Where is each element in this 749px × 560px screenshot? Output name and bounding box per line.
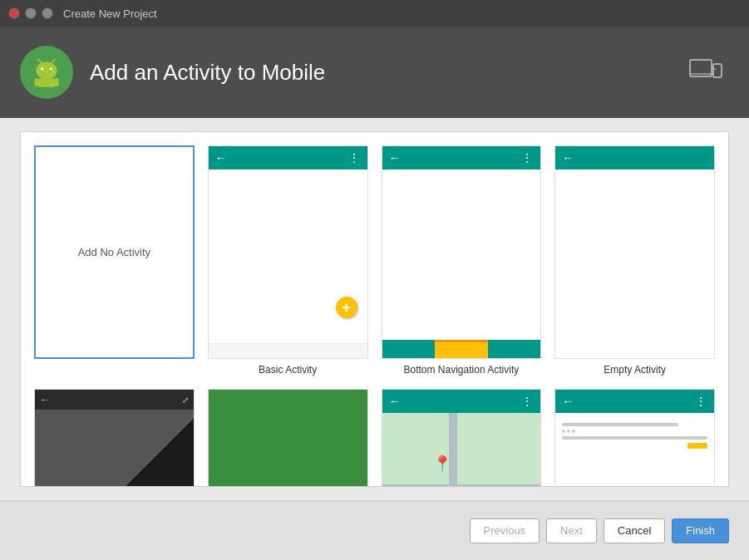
activity-card-settings[interactable]: ← ⋮ Settings Activity xyxy=(554,389,715,487)
activity-card-basic[interactable]: ← ⋮ + Basic Activity xyxy=(208,145,368,376)
back-arrow-icon: ← xyxy=(40,394,50,405)
menu-dots-icon: ⋮ xyxy=(695,395,707,408)
back-arrow-icon: ← xyxy=(389,395,401,408)
map-pin-icon: 📍 xyxy=(433,454,451,473)
svg-rect-9 xyxy=(713,64,722,77)
empty-activity-label: Empty Activity xyxy=(604,364,666,376)
back-arrow-icon: ← xyxy=(215,151,227,165)
back-arrow-icon: ← xyxy=(562,395,574,408)
expand-icon: ⤢ xyxy=(182,395,189,405)
devices-icon xyxy=(689,57,722,88)
svg-point-0 xyxy=(36,61,57,79)
svg-point-11 xyxy=(714,68,716,70)
svg-point-1 xyxy=(41,67,43,70)
activity-card-bottom-nav[interactable]: ← ⋮ Bottom Navigation Activity xyxy=(382,145,542,376)
svg-line-4 xyxy=(52,59,55,62)
cancel-button[interactable]: Cancel xyxy=(604,518,665,543)
svg-rect-7 xyxy=(54,78,58,86)
activity-grid[interactable]: Add No Activity ← ⋮ + Basic Activity xyxy=(20,131,729,487)
page-header: Add an Activity to Mobile xyxy=(0,27,749,118)
activity-card-no-activity[interactable]: Add No Activity xyxy=(34,145,195,359)
svg-rect-6 xyxy=(34,78,38,86)
card-preview-empty: ← xyxy=(554,145,715,359)
card-preview-fullscreen: ← ⤢ xyxy=(34,389,195,487)
menu-dots-icon: ⋮ xyxy=(521,395,534,408)
card-preview-basic: ← ⋮ + xyxy=(208,145,368,359)
card-preview-maps: ← ⋮ 📍 xyxy=(382,389,542,487)
card-preview-settings: ← ⋮ xyxy=(554,389,715,487)
menu-dots-icon: ⋮ xyxy=(348,151,361,165)
footer: Previous Next Cancel Finish xyxy=(0,500,749,560)
window-controls xyxy=(8,7,53,19)
main-content: Add No Activity ← ⋮ + Basic Activity xyxy=(0,118,749,500)
no-activity-label: Add No Activity xyxy=(78,246,150,258)
back-arrow-icon: ← xyxy=(562,151,574,165)
close-button[interactable] xyxy=(8,7,20,19)
activity-card-fullscreen[interactable]: ← ⤢ Fullscreen Activity xyxy=(34,389,195,487)
previous-button[interactable]: Previous xyxy=(470,518,540,543)
bottom-nav-label: Bottom Navigation Activity xyxy=(404,364,520,376)
svg-point-2 xyxy=(50,67,52,70)
back-arrow-icon: ← xyxy=(389,151,401,165)
next-button[interactable]: Next xyxy=(546,518,597,543)
android-logo xyxy=(20,46,73,99)
card-preview-bottom-nav: ← ⋮ xyxy=(382,145,542,359)
svg-line-3 xyxy=(38,59,42,62)
minimize-button[interactable] xyxy=(25,7,37,19)
activity-card-maps[interactable]: ← ⋮ 📍 Google Maps Activity xyxy=(382,389,542,487)
card-preview-ads: Ad xyxy=(208,389,368,487)
page-title: Add an Activity to Mobile xyxy=(90,60,673,86)
title-bar: Create New Project xyxy=(0,0,749,27)
svg-rect-5 xyxy=(38,78,56,87)
card-preview-no-activity: Add No Activity xyxy=(34,145,195,359)
window-title: Create New Project xyxy=(63,7,157,20)
menu-dots-icon: ⋮ xyxy=(521,151,534,165)
fab-icon: + xyxy=(336,297,357,318)
maximize-button[interactable] xyxy=(42,7,53,19)
basic-activity-label: Basic Activity xyxy=(259,364,317,376)
finish-button[interactable]: Finish xyxy=(672,518,729,543)
activity-card-empty[interactable]: ← Empty Activity xyxy=(554,145,715,376)
activity-card-ads[interactable]: Ad Ads Activity xyxy=(208,389,368,487)
